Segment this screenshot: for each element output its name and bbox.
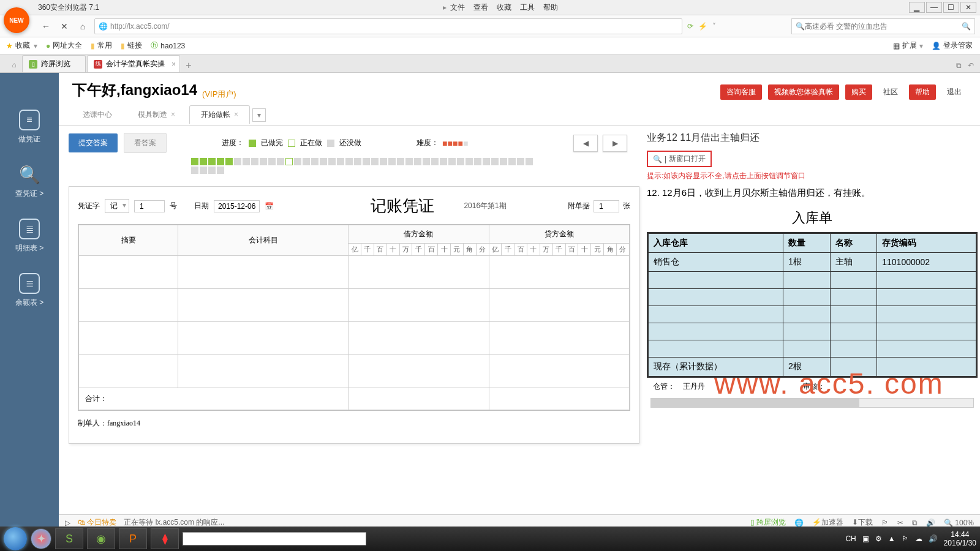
progress-grid[interactable] (191, 158, 540, 174)
attach-label: 附单据 (568, 201, 590, 211)
menu-fav[interactable]: 收藏 (497, 2, 511, 13)
search-go-icon[interactable]: 🔍 (962, 22, 971, 31)
help-button[interactable]: 帮助 (909, 84, 936, 100)
maximize-button[interactable]: ☐ (943, 2, 959, 13)
subtab-dropdown[interactable]: ▾ (252, 108, 266, 122)
play-icon[interactable]: ▷ (65, 519, 70, 527)
menu-view[interactable]: 查看 (473, 2, 488, 13)
menu-file[interactable]: 文件 (450, 2, 465, 13)
vip-label: (VIP用户) (202, 89, 236, 100)
answer-button[interactable]: 看答案 (124, 133, 167, 153)
close-button[interactable]: ✕ (960, 2, 976, 13)
bookmark-hao123[interactable]: ⓗhao123 (151, 40, 185, 51)
min-alt-button[interactable]: ▁ (909, 2, 925, 13)
tray-icon[interactable]: ⚙ (875, 534, 882, 543)
clip-icon[interactable]: ✂ (897, 519, 903, 527)
attach-count-input[interactable]: 1 (594, 200, 619, 212)
menu-expand-icon[interactable]: ▸ (443, 3, 447, 12)
tray-icon[interactable]: ▲ (888, 534, 895, 543)
logout-link[interactable]: 退出 (942, 84, 967, 100)
login-mgr-button[interactable]: 👤登录管家 (932, 40, 973, 51)
list-icon: ≣ (19, 219, 40, 239)
folder-icon: ▮ (121, 42, 125, 50)
voucher-num-input[interactable]: 1 (134, 200, 165, 212)
ime-lang[interactable]: CH (845, 534, 856, 543)
sidebar-item-detail[interactable]: ≣明细表 > (15, 219, 43, 253)
globe-icon[interactable]: 🌐 (794, 519, 804, 527)
tab-home-icon[interactable]: ⌂ (6, 58, 22, 72)
refresh-icon[interactable]: ⟳ (687, 22, 693, 31)
video-button[interactable]: 视频教您体验真帐 (768, 84, 839, 100)
next-task-button[interactable]: ▶ (603, 135, 627, 152)
tray-sound-icon[interactable]: 🔊 (929, 534, 938, 543)
favorites-button[interactable]: ★收藏▾ (6, 40, 37, 51)
consult-button[interactable]: 咨询客服 (720, 84, 762, 100)
voucher-table[interactable]: 摘要 会计科目 借方金额 贷方金额 亿千百十万千百十元角分亿千百十万千百十元角分… (78, 225, 630, 410)
bolt-icon[interactable]: ⚡ (698, 22, 707, 31)
ime-bar[interactable] (183, 532, 366, 545)
hao-icon: ⓗ (151, 40, 158, 51)
copy-tab-icon[interactable]: ⧉ (956, 61, 962, 70)
auditor-label: 审核： (803, 381, 825, 392)
windows-taskbar[interactable]: ✦ S ◉ P ⧫ CH ▣ ⚙ ▲ 🏳 ☁ 🔊 14:442016/1/30 (0, 527, 980, 551)
search-input[interactable] (805, 22, 962, 31)
undo-tab-icon[interactable]: ↶ (968, 61, 974, 70)
window-title: 360安全浏览器 7.1 (38, 2, 99, 13)
legend-todo-icon (327, 140, 334, 147)
start-button[interactable] (4, 527, 27, 550)
subtab-course[interactable]: 选课中心 (71, 105, 124, 124)
tray-icon[interactable]: 🏳 (902, 534, 909, 543)
sidebar-item-query[interactable]: 🔍查凭证 > (15, 164, 43, 199)
bookmark-links[interactable]: ▮链接 (121, 40, 142, 51)
receipt-col-qty: 数量 (783, 234, 830, 253)
tray-icon[interactable]: ☁ (915, 534, 922, 543)
stop-button[interactable]: ✕ (58, 20, 71, 33)
open-new-window-button[interactable]: 🔍| 新窗口打开 (647, 151, 712, 167)
date-input[interactable]: 2015-12-06 (214, 200, 260, 212)
window-icon[interactable]: ⧉ (912, 519, 918, 527)
search-box[interactable]: 🔍 🔍 (791, 18, 975, 34)
calendar-icon[interactable]: 📅 (265, 202, 274, 211)
submit-button[interactable]: 提交答案 (69, 133, 118, 152)
minimize-button[interactable]: — (926, 2, 942, 13)
greeting-text: 下午好,fangxiao14 (72, 80, 197, 100)
clock[interactable]: 14:442016/1/30 (944, 530, 976, 548)
taskbar-app-2[interactable]: S (55, 528, 83, 549)
new-tab-button[interactable]: + (181, 59, 196, 72)
voucher-type-select[interactable]: 记 (105, 199, 129, 213)
close-icon[interactable]: × (234, 110, 238, 119)
community-link[interactable]: 社区 (878, 84, 903, 100)
prev-task-button[interactable]: ◀ (573, 135, 598, 152)
difficulty-stars: ■■■■■ (442, 138, 468, 148)
sound-icon[interactable]: 🔊 (926, 519, 935, 527)
subtab-start[interactable]: 开始做帐× (189, 105, 250, 124)
subtab-mold[interactable]: 模具制造× (126, 105, 187, 124)
extensions-button[interactable]: ▦扩展▾ (893, 40, 923, 51)
taskbar-app-1[interactable]: ✦ (31, 528, 51, 549)
taskbar-app-3[interactable]: ◉ (87, 528, 115, 549)
legend-doing-icon (288, 140, 295, 147)
tab-accounting[interactable]: 练 会计学堂真帐实操 × (87, 55, 180, 72)
buy-button[interactable]: 购买 (845, 84, 872, 100)
taskbar-app-5[interactable]: ⧫ (151, 528, 179, 549)
menu-tools[interactable]: 工具 (520, 2, 535, 13)
sidebar-item-voucher[interactable]: ≡做凭证 (18, 110, 40, 144)
zoom-button[interactable]: 🔍 100% (944, 519, 974, 527)
taskbar-app-4[interactable]: P (119, 528, 147, 549)
menu-help[interactable]: 帮助 (543, 2, 558, 13)
bookmark-common[interactable]: ▮常用 (91, 40, 112, 51)
h-scrollbar[interactable] (650, 398, 974, 408)
bookmark-all[interactable]: ●网址大全 (46, 40, 82, 51)
tray-icon[interactable]: ▣ (862, 534, 869, 543)
voucher-icon: ≡ (19, 110, 40, 130)
back-button[interactable]: ← (39, 20, 53, 33)
address-bar[interactable]: 🌐 http://lx.acc5.com/ (94, 18, 682, 34)
globe-icon: 🌐 (99, 22, 108, 31)
tab-close-icon[interactable]: × (172, 60, 176, 69)
addr-dropdown-icon[interactable]: ˅ (712, 22, 716, 31)
sidebar-item-balance[interactable]: ≣余额表 > (15, 273, 43, 308)
tab-cross-screen[interactable]: ▯ 跨屏浏览 (22, 55, 86, 72)
home-button[interactable]: ⌂ (76, 20, 89, 33)
close-icon[interactable]: × (171, 110, 175, 119)
note-icon[interactable]: 🏳 (881, 519, 889, 527)
